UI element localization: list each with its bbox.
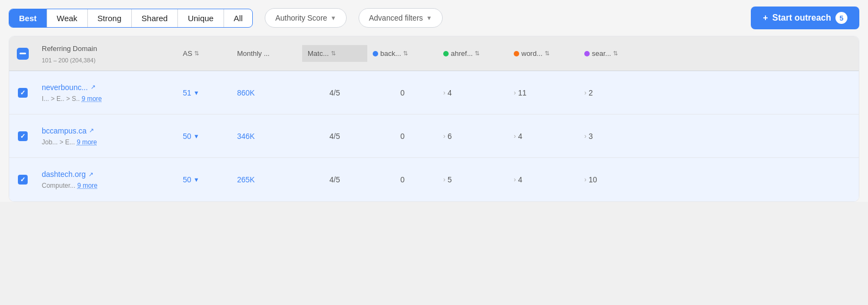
row-2-match-value: 4/5 bbox=[329, 132, 340, 141]
minus-checkbox[interactable] bbox=[17, 48, 29, 60]
row-3-checkbox-cell[interactable]: ✓ bbox=[9, 170, 36, 189]
row-1-breadcrumb-text: I... > E.. > S.. bbox=[42, 95, 80, 103]
row-1-search-value: 2 bbox=[589, 88, 593, 97]
row-3-breadcrumb: Computer... 9 more bbox=[42, 182, 98, 189]
start-outreach-label: Start outreach bbox=[773, 13, 831, 23]
search-label: sear... bbox=[592, 49, 611, 58]
row-2-match-cell: 4/5 bbox=[302, 128, 367, 145]
row-2-monthly-value: 346K bbox=[237, 132, 255, 141]
row-1-as-value: 51 bbox=[183, 88, 192, 97]
row-1-more-link[interactable]: 9 more bbox=[81, 95, 101, 103]
minus-icon bbox=[20, 53, 26, 54]
row-3-backlinks-value: 0 bbox=[400, 175, 405, 184]
row-1-backlinks-value: 0 bbox=[400, 88, 405, 97]
words-sort-icon[interactable]: ⇅ bbox=[545, 50, 550, 57]
row-3-words-arrow-icon: › bbox=[514, 176, 516, 183]
row-1-ahrefs-value: 4 bbox=[448, 88, 452, 97]
tab-weak[interactable]: Weak bbox=[47, 9, 88, 27]
row-3-monthly-value: 265K bbox=[237, 175, 255, 184]
row-1-match-value: 4/5 bbox=[329, 88, 340, 97]
th-backlinks[interactable]: back... ⇅ bbox=[367, 45, 438, 62]
advanced-filters-chevron-icon: ▼ bbox=[426, 15, 432, 21]
row-1-search-arrow-icon: › bbox=[584, 89, 586, 97]
row-1-domain-link[interactable]: neverbounc... bbox=[42, 83, 88, 92]
row-2-backlinks-value: 0 bbox=[400, 132, 405, 141]
row-3-checkbox[interactable]: ✓ bbox=[18, 175, 28, 185]
row-1-checkbox-cell[interactable]: ✓ bbox=[9, 84, 36, 102]
th-as[interactable]: AS ⇅ bbox=[177, 45, 232, 62]
tab-strong[interactable]: Strong bbox=[88, 9, 132, 27]
row-2-search-cell: › 3 bbox=[579, 128, 649, 145]
authority-score-chevron-icon: ▼ bbox=[330, 15, 336, 21]
row-1-checkbox[interactable]: ✓ bbox=[18, 88, 28, 98]
row-2-as-chevron-icon[interactable]: ▼ bbox=[194, 133, 200, 139]
backlinks-label: back... bbox=[380, 49, 401, 58]
row-3-domain-link[interactable]: dashtech.org bbox=[42, 170, 86, 179]
row-1-search-cell: › 2 bbox=[579, 84, 649, 101]
row-3-as-value: 50 bbox=[183, 175, 192, 184]
authority-score-filter[interactable]: Authority Score ▼ bbox=[265, 8, 347, 28]
row-3-words-cell: › 4 bbox=[508, 171, 579, 188]
header-select-all[interactable] bbox=[9, 43, 36, 64]
row-2-more-link[interactable]: 9 more bbox=[76, 138, 97, 146]
row-3-as-cell: 50 ▼ bbox=[177, 171, 232, 188]
advanced-filters-label: Advanced filters bbox=[369, 14, 423, 22]
advanced-filters-button[interactable]: Advanced filters ▼ bbox=[359, 8, 443, 28]
as-sort-icon[interactable]: ⇅ bbox=[194, 50, 199, 57]
row-1-breadcrumb: I... > E.. > S.. 9 more bbox=[42, 95, 102, 103]
row-1-as-chevron-icon[interactable]: ▼ bbox=[194, 90, 200, 96]
th-match[interactable]: Matc... ⇅ bbox=[302, 45, 367, 62]
tab-shared[interactable]: Shared bbox=[132, 9, 178, 27]
row-3-words-value: 4 bbox=[518, 175, 522, 184]
row-3-match-value: 4/5 bbox=[329, 175, 340, 184]
plus-icon: + bbox=[763, 13, 768, 23]
as-label: AS bbox=[183, 49, 192, 58]
row-1-ahrefs-arrow-icon: › bbox=[443, 89, 445, 97]
row-2-checkbox-cell[interactable]: ✓ bbox=[9, 127, 36, 145]
row-1-words-arrow-icon: › bbox=[514, 89, 516, 97]
row-2-external-link-icon[interactable]: ↗ bbox=[89, 127, 94, 134]
row-3-more-link[interactable]: 9 more bbox=[77, 182, 97, 189]
row-3-as-chevron-icon[interactable]: ▼ bbox=[194, 176, 200, 183]
tab-best[interactable]: Best bbox=[9, 9, 47, 27]
row-3-monthly-cell: 265K bbox=[232, 171, 302, 188]
outreach-badge: 5 bbox=[835, 12, 847, 24]
th-monthly: Monthly ... bbox=[232, 45, 302, 62]
match-label: Matc... bbox=[308, 49, 329, 58]
row-1-as-cell: 51 ▼ bbox=[177, 84, 232, 101]
backlinks-dot-icon bbox=[373, 51, 378, 56]
th-ahrefs[interactable]: ahref... ⇅ bbox=[438, 45, 508, 62]
ahrefs-sort-icon[interactable]: ⇅ bbox=[475, 50, 480, 57]
row-2-ahrefs-cell: › 6 bbox=[438, 128, 508, 145]
row-2-monthly-cell: 346K bbox=[232, 128, 302, 145]
row-2-as-value: 50 bbox=[183, 132, 192, 141]
tab-unique[interactable]: Unique bbox=[178, 9, 224, 27]
table-header: Referring Domain 101 – 200 (204,384) AS … bbox=[9, 36, 859, 71]
tab-all[interactable]: All bbox=[224, 9, 253, 27]
search-sort-icon[interactable]: ⇅ bbox=[613, 50, 618, 57]
row-1-external-link-icon[interactable]: ↗ bbox=[91, 84, 95, 91]
row-2-checkbox[interactable]: ✓ bbox=[18, 131, 28, 141]
start-outreach-button[interactable]: + Start outreach 5 bbox=[751, 7, 859, 29]
authority-score-label: Authority Score bbox=[275, 14, 327, 22]
ahrefs-label: ahref... bbox=[451, 49, 473, 58]
checkmark-icon: ✓ bbox=[20, 89, 25, 97]
match-sort-icon[interactable]: ⇅ bbox=[331, 50, 336, 57]
row-1-domain-cell: neverbounc... ↗ I... > E.. > S.. 9 more bbox=[36, 79, 177, 107]
th-words[interactable]: word... ⇅ bbox=[508, 45, 579, 62]
row-2-search-value: 3 bbox=[589, 132, 593, 141]
words-label: word... bbox=[521, 49, 542, 58]
row-3-match-cell: 4/5 bbox=[302, 171, 367, 188]
checkmark-icon: ✓ bbox=[20, 176, 25, 183]
row-2-breadcrumb-text: Job... > E... bbox=[42, 138, 75, 146]
row-1-words-cell: › 11 bbox=[508, 84, 579, 101]
row-1-match-cell: 4/5 bbox=[302, 84, 367, 101]
tab-group: Best Weak Strong Shared Unique All bbox=[9, 9, 253, 28]
row-3-domain-cell: dashtech.org ↗ Computer... 9 more bbox=[36, 166, 177, 194]
row-2-words-arrow-icon: › bbox=[514, 132, 516, 140]
th-search[interactable]: sear... ⇅ bbox=[579, 45, 649, 62]
backlinks-sort-icon[interactable]: ⇅ bbox=[403, 50, 408, 57]
row-1-monthly-value: 860K bbox=[237, 88, 255, 97]
row-2-domain-link[interactable]: bccampus.ca bbox=[42, 126, 86, 135]
row-3-external-link-icon[interactable]: ↗ bbox=[88, 171, 93, 178]
